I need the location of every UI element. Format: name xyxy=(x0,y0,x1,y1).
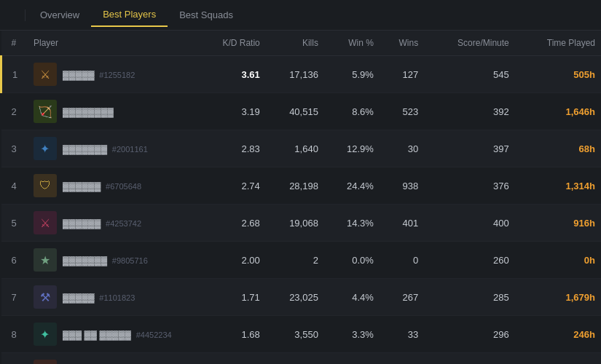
table-body: 1 ⚔ ▓▓▓▓▓ #1255182 3.6117,1365.9%1275455… xyxy=(1,56,602,365)
cell-winpct: 24.4% xyxy=(324,167,380,205)
cell-winpct: 0.0% xyxy=(324,242,380,279)
table-row: 5 ⚔ ▓▓▓▓▓▓ #4253742 2.6819,06814.3%40140… xyxy=(1,205,602,242)
table-row: 8 ✦ ▓▓▓ ▓▓ ▓▓▓▓▓ #4452234 1.683,5503.3%3… xyxy=(1,316,602,353)
table-row: 2 🏹 ▓▓▓▓▓▓▓▓ 3.1940,5158.6%5233921,646h xyxy=(1,93,602,130)
cell-time: 0h xyxy=(515,242,601,279)
tab-best-squads[interactable]: Best Squads xyxy=(168,4,245,26)
avatar: ★ xyxy=(34,248,57,272)
cell-winpct: 5.0% xyxy=(324,353,380,365)
table-row: 4 🛡 ▓▓▓▓▓▓ #6705648 2.7428,19824.4%93837… xyxy=(1,167,602,205)
cell-wins: 523 xyxy=(380,93,424,130)
table-row: 1 ⚔ ▓▓▓▓▓ #1255182 3.6117,1365.9%1275455… xyxy=(1,56,602,93)
cell-player: ☠ ▓▓▓▓▓▓▓▓ #1875246 xyxy=(28,353,195,365)
col-score: Score/Minute xyxy=(424,31,515,56)
cell-score: 397 xyxy=(424,130,515,167)
table-header-row: # Player K/D Ratio Kills Win % Wins Scor… xyxy=(1,31,602,56)
cell-wins: 33 xyxy=(380,316,424,353)
cell-rank: 5 xyxy=(1,205,28,242)
cell-time: 246h xyxy=(515,316,601,353)
cell-time: 1,679h xyxy=(515,279,601,316)
cell-score: 296 xyxy=(424,316,515,353)
cell-kd: 2.68 xyxy=(195,205,266,242)
cell-winpct: 8.6% xyxy=(324,93,380,130)
cell-kills: 19,068 xyxy=(266,205,324,242)
cell-winpct: 3.3% xyxy=(324,316,380,353)
avatar: 🏹 xyxy=(34,100,57,123)
player-name: ▓▓▓▓▓▓▓ xyxy=(63,256,107,266)
cell-rank: 4 xyxy=(1,167,28,205)
cell-score: 376 xyxy=(424,167,515,205)
cell-time: 916h xyxy=(515,205,601,242)
cell-score: 545 xyxy=(424,56,515,93)
player-id: #4452234 xyxy=(136,331,172,339)
player-name: ▓▓▓▓▓▓▓▓ xyxy=(63,107,114,117)
cell-kills: 1,640 xyxy=(266,130,324,167)
player-name: ▓▓▓▓▓ xyxy=(63,293,95,303)
cell-wins: 168 xyxy=(380,353,424,365)
players-table: # Player K/D Ratio Kills Win % Wins Scor… xyxy=(0,31,601,364)
cell-wins: 127 xyxy=(380,56,424,93)
player-name: ▓▓▓▓▓▓ xyxy=(63,218,101,229)
cell-wins: 267 xyxy=(380,279,424,316)
avatar: 🛡 xyxy=(34,174,57,197)
tab-best-players[interactable]: Best Players xyxy=(91,3,168,27)
cell-kills: 13,519 xyxy=(266,353,324,365)
cell-kd: 2.00 xyxy=(195,242,266,279)
switch-view-button[interactable] xyxy=(7,9,25,21)
tab-overview[interactable]: Overview xyxy=(28,4,91,26)
cell-rank: 6 xyxy=(1,242,28,279)
col-time: Time Played xyxy=(515,31,601,56)
col-winpct: Win % xyxy=(324,31,380,56)
player-id: #1255182 xyxy=(99,71,135,79)
col-kills: Kills xyxy=(266,31,324,56)
cell-player: ★ ▓▓▓▓▓▓▓ #9805716 xyxy=(28,242,195,279)
players-table-container: # Player K/D Ratio Kills Win % Wins Scor… xyxy=(0,31,601,364)
cell-wins: 401 xyxy=(380,205,424,242)
player-id: #2001161 xyxy=(112,145,148,154)
col-player: Player xyxy=(28,31,195,56)
player-id: #1101823 xyxy=(99,293,135,302)
avatar: ⚔ xyxy=(34,211,57,234)
cell-kd: 1.71 xyxy=(195,279,266,316)
cell-rank: 1 xyxy=(1,56,28,93)
cell-rank: 8 xyxy=(1,316,28,353)
cell-wins: 30 xyxy=(380,130,424,167)
cell-winpct: 5.9% xyxy=(324,56,380,93)
cell-score: 260 xyxy=(424,242,515,279)
cell-wins: 0 xyxy=(380,242,424,279)
cell-score: 291 xyxy=(424,353,515,365)
player-name: ▓▓▓▓▓▓ xyxy=(63,181,101,191)
cell-rank: 3 xyxy=(1,130,28,167)
cell-player: ✦ ▓▓▓▓▓▓▓ #2001161 xyxy=(28,130,195,167)
table-row: 7 ⚒ ▓▓▓▓▓ #1101823 1.7123,0254.4%2672851… xyxy=(1,279,602,316)
cell-kills: 3,550 xyxy=(266,316,324,353)
cell-wins: 938 xyxy=(380,167,424,205)
cell-time: 505h xyxy=(515,56,601,93)
player-id: #9805716 xyxy=(112,256,148,265)
cell-player: 🛡 ▓▓▓▓▓▓ #6705648 xyxy=(28,167,195,205)
cell-player: ⚒ ▓▓▓▓▓ #1101823 xyxy=(28,279,195,316)
cell-player: ✦ ▓▓▓ ▓▓ ▓▓▓▓▓ #4452234 xyxy=(28,316,195,353)
avatar: ⚔ xyxy=(34,63,57,86)
cell-kills: 28,198 xyxy=(266,167,324,205)
cell-rank: 9 xyxy=(1,353,28,365)
cell-player: ⚔ ▓▓▓▓▓▓ #4253742 xyxy=(28,205,195,242)
col-kd: K/D Ratio xyxy=(195,31,266,56)
cell-kills: 23,025 xyxy=(266,279,324,316)
avatar: ✦ xyxy=(34,323,57,346)
player-id: #4253742 xyxy=(106,219,141,228)
cell-kills: 17,136 xyxy=(266,56,324,93)
cell-kd: 3.61 xyxy=(195,56,266,93)
table-row: 3 ✦ ▓▓▓▓▓▓▓ #2001161 2.831,64012.9%30397… xyxy=(1,130,602,167)
cell-time: 68h xyxy=(515,130,601,167)
cell-player: ⚔ ▓▓▓▓▓ #1255182 xyxy=(28,56,195,93)
table-row: 9 ☠ ▓▓▓▓▓▓▓▓ #1875246 1.5913,5195.0%1682… xyxy=(1,353,602,365)
cell-time: 967h xyxy=(515,353,601,365)
cell-kd: 2.83 xyxy=(195,130,266,167)
player-name: ▓▓▓▓▓ xyxy=(63,70,95,80)
cell-kd: 1.68 xyxy=(195,316,266,353)
avatar: ⚒ xyxy=(34,285,57,309)
app-container: Overview Best Players Best Squads # Play… xyxy=(0,0,601,364)
cell-kills: 2 xyxy=(266,242,324,279)
avatar: ☠ xyxy=(34,360,57,364)
